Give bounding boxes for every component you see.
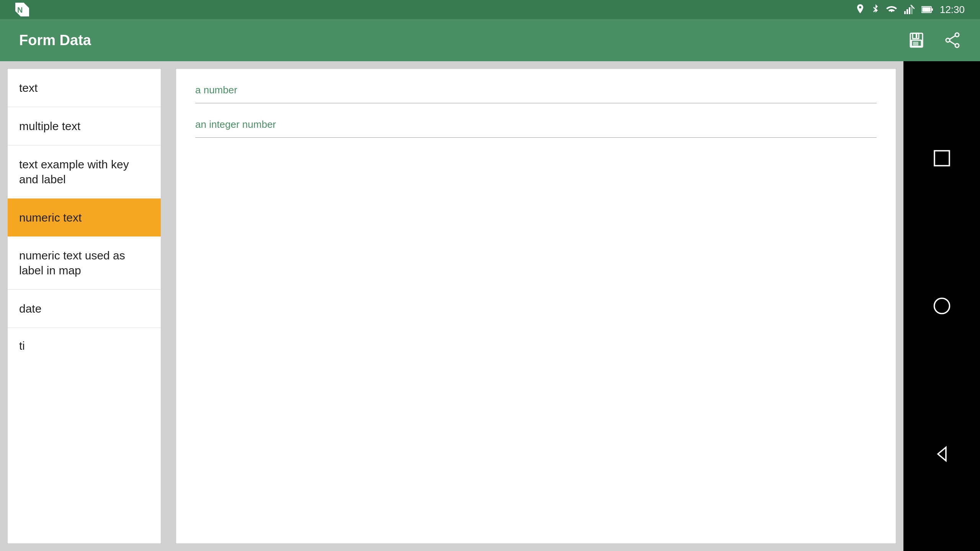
app-toolbar: Form Data [0,19,980,61]
field-underline-an-integer-number [195,137,877,138]
list-item-numeric-text-map[interactable]: numeric text used as label in map [8,236,161,290]
svg-point-17 [946,38,950,42]
svg-rect-20 [934,151,949,166]
form-field-an-integer-number: an integer number [195,119,877,138]
svg-rect-2 [904,11,906,14]
list-item-text[interactable]: text [8,69,161,107]
field-underline-a-number [195,103,877,103]
page-title: Form Data [19,32,91,49]
nav-circle-button[interactable] [931,295,952,316]
app-logo-icon: N [15,3,29,16]
list-item-multiple-text[interactable]: multiple text [8,107,161,145]
location-icon [856,4,865,15]
list-item-text-key-label[interactable]: text example with key and label [8,145,161,199]
list-item-date[interactable]: date [8,290,161,328]
svg-rect-3 [906,9,908,14]
signal-icon [904,4,915,15]
list-panel: text multiple text text example with key… [8,69,161,543]
svg-text:N: N [17,6,23,14]
svg-marker-22 [938,447,946,461]
svg-line-19 [949,41,956,45]
svg-point-21 [934,298,949,314]
save-button[interactable] [908,32,925,49]
field-label-a-number: a number [195,84,877,96]
share-button[interactable] [944,32,961,49]
svg-rect-13 [913,42,918,46]
list-item-numeric-text[interactable]: numeric text [8,199,161,236]
detail-panel: a number an integer number [176,69,896,543]
nav-square-button[interactable] [931,148,952,169]
bluetooth-icon [872,4,879,15]
toolbar-actions [908,32,961,49]
battery-icon [921,5,933,14]
nav-back-button[interactable] [931,443,952,465]
status-bar-right: 12:30 [856,4,965,16]
wifi-icon [886,5,897,14]
status-bar: N 12:30 [0,0,980,19]
svg-rect-14 [916,34,917,38]
svg-point-15 [955,33,959,37]
status-bar-left: N [15,3,29,16]
svg-rect-8 [931,8,933,11]
field-label-an-integer-number: an integer number [195,119,877,130]
list-item-time-partial[interactable]: ti [8,328,161,356]
svg-rect-4 [909,7,910,14]
nav-panel [903,61,980,551]
svg-line-18 [949,36,956,39]
svg-rect-9 [922,7,931,12]
svg-point-16 [955,44,959,47]
status-time: 12:30 [940,4,965,16]
form-field-a-number: a number [195,84,877,103]
